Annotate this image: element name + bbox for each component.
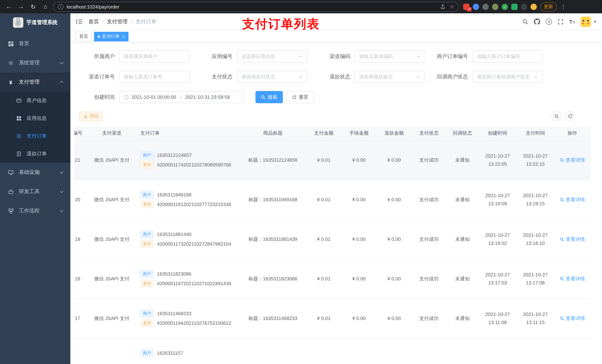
channel-pay-no: 4200001181202110277723215336: [157, 202, 231, 207]
address-bar[interactable]: i localhost:1024/pay/order ☆: [53, 2, 459, 12]
sidebar-item-home[interactable]: 首页: [0, 34, 70, 53]
cell-pay-channel: 微信 JSAPI 支付: [88, 219, 136, 259]
extension-icon-3[interactable]: [483, 3, 489, 10]
tab-label: 支付订单: [102, 33, 119, 40]
font-size-icon[interactable]: TT: [569, 19, 575, 25]
pay-tag: 支付: [140, 280, 154, 287]
sidebar-item-workflow[interactable]: 工作流程: [0, 201, 70, 220]
search-button[interactable]: 搜索: [256, 91, 283, 103]
extension-icon-2[interactable]: [473, 3, 479, 10]
sidebar-item-app-info[interactable]: 应用信息: [0, 110, 70, 127]
view-detail-link[interactable]: 查看详情: [560, 157, 585, 163]
refund-status-select[interactable]: 请选择退款状态: [355, 71, 425, 83]
notify-status-select[interactable]: 请选择订单回调商户状态: [473, 71, 543, 83]
cell-pay-channel: [88, 338, 136, 364]
extension-chat-icon[interactable]: [511, 3, 517, 10]
sidebar-item-infra[interactable]: 基础设施: [0, 163, 70, 182]
cell-order-id: 17: [74, 299, 88, 338]
breadcrumb-home[interactable]: 首页: [88, 18, 99, 25]
cell-pay-order: 商户 1635311157: [136, 338, 239, 364]
browser-menu-icon[interactable]: ⋮: [561, 4, 566, 10]
sidebar-item-label: 支付管理: [19, 79, 40, 85]
toggle-search-button[interactable]: [552, 111, 562, 121]
merchant-order-no-input[interactable]: [473, 50, 543, 62]
col-pay-order: 支付订单: [136, 126, 239, 140]
tab-home[interactable]: 首页: [75, 32, 92, 41]
cell-create-time: 2021-10-27 13:11:08: [479, 299, 516, 338]
sidebar-item-label: 应用信息: [27, 115, 47, 122]
sidebar-item-dev-tools[interactable]: 研发工具: [0, 182, 70, 201]
chevron-down-icon: [60, 61, 64, 64]
cell-pay-channel: 微信 JSAPI 支付: [88, 140, 136, 180]
extension-check-icon[interactable]: ✓: [502, 3, 508, 10]
browser-forward-icon[interactable]: →: [16, 2, 26, 12]
merchant-select-input[interactable]: [119, 50, 190, 62]
reset-button[interactable]: 重置: [287, 91, 314, 103]
bookmark-star-icon[interactable]: ☆: [450, 4, 454, 9]
view-detail-link[interactable]: 查看详情: [560, 315, 585, 322]
sidebar-item-pay[interactable]: ¥ 支付管理: [0, 73, 70, 92]
url-text: localhost:1024/pay/order: [67, 4, 437, 10]
export-button[interactable]: 导出: [79, 112, 103, 121]
sidebar-item-system[interactable]: 系统管理: [0, 53, 70, 73]
cell-create-time: 2021-10-27 13:17:03: [479, 259, 516, 299]
cell-create-time: 2021-10-27 13:19:09: [479, 180, 516, 219]
filter-label: 渠道编码: [315, 53, 350, 60]
cell-pay-order: 商户 1635311949168 支付 42000011812021102777…: [136, 180, 239, 219]
sidebar-item-pay-order[interactable]: 支付订单: [0, 127, 70, 145]
sidebar-item-merchant-info[interactable]: 商户信息: [0, 92, 70, 110]
browser-back-icon[interactable]: ←: [4, 2, 14, 12]
cell-notify-status: 未通知: [446, 180, 479, 219]
profile-face-icon[interactable]: [531, 3, 537, 10]
sidebar-item-label: 首页: [19, 40, 29, 47]
browser-reload-icon[interactable]: ↻: [28, 2, 38, 12]
col-notify-status: 回调状态: [446, 126, 479, 140]
browser-update-button[interactable]: 更新: [540, 2, 557, 11]
cell-pay-amount: ¥ 0.01: [306, 259, 341, 299]
browser-home-icon[interactable]: ⌂: [40, 2, 50, 12]
tab-close-icon[interactable]: ×: [122, 34, 125, 39]
share-icon[interactable]: [441, 4, 446, 9]
sidebar-item-refund-order[interactable]: 退款订单: [0, 145, 70, 163]
channel-order-no-input[interactable]: [119, 71, 190, 83]
cell-refund-amount: ¥ 0.00: [376, 180, 412, 219]
search-icon[interactable]: [522, 19, 528, 25]
user-caret-down-icon[interactable]: ▾: [594, 19, 596, 24]
search-icon: [261, 95, 266, 99]
filter-refund-status: 退款状态 请选择退款状态: [315, 71, 425, 83]
filter-create-time: 创建时间 2021-10-01 00:00:00 - 2021-10-31 23…: [79, 91, 244, 103]
extension-icon-1[interactable]: 10: [463, 3, 469, 10]
cell-pay-time: 2021-10-27 13:17:08: [516, 259, 554, 299]
github-icon[interactable]: [534, 19, 540, 25]
breadcrumb-current: 支付订单: [136, 18, 156, 25]
download-icon: [83, 114, 88, 119]
pay-status-select[interactable]: 请选择支付状态: [237, 71, 307, 83]
refresh-table-button[interactable]: [565, 111, 575, 121]
cell-pay-status: 支付成功: [412, 259, 446, 299]
channel-code-select[interactable]: 请输入渠道编码: [355, 50, 425, 62]
chevron-down-icon: [60, 189, 64, 193]
extension-icon-4[interactable]: [492, 3, 498, 10]
user-avatar[interactable]: [581, 16, 591, 27]
app-select[interactable]: 请选择应用信息: [237, 50, 307, 62]
document-icon: [16, 151, 22, 157]
tab-pay-order[interactable]: 支付订单×: [94, 32, 129, 41]
site-info-icon[interactable]: i: [58, 4, 63, 10]
table-header-row: 编号 支付渠道 支付订单 商品标题 支付金额 手续金额 退款金额 支付状态 回调…: [74, 126, 591, 140]
merchant-tag: 商户: [140, 151, 154, 159]
view-detail-link[interactable]: 查看详情: [560, 275, 585, 282]
date-range-input[interactable]: 2021-10-01 00:00:00 - 2021-10-31 23:59:5…: [119, 91, 244, 103]
cell-pay-time: 2021-10-27 13:22:15: [516, 140, 554, 180]
view-detail-link[interactable]: 查看详情: [560, 236, 585, 242]
breadcrumb-pay[interactable]: 支付管理: [107, 18, 128, 25]
cell-pay-time: 2021-10-27 13:19:15: [516, 180, 554, 219]
filter-notify-status: 回调商户状态 请选择订单回调商户状态: [432, 71, 543, 83]
chevron-down-icon: [60, 170, 64, 174]
extensions-pin-icon[interactable]: [521, 3, 527, 10]
sidebar-collapse-icon[interactable]: [76, 19, 83, 24]
view-detail-link[interactable]: 查看详情: [560, 196, 585, 203]
cell-fee-amount: ¥ 0.00: [341, 219, 376, 259]
fullscreen-icon[interactable]: [558, 19, 563, 25]
help-icon[interactable]: ?: [546, 19, 552, 25]
col-product-title: 商品标题: [239, 126, 306, 140]
